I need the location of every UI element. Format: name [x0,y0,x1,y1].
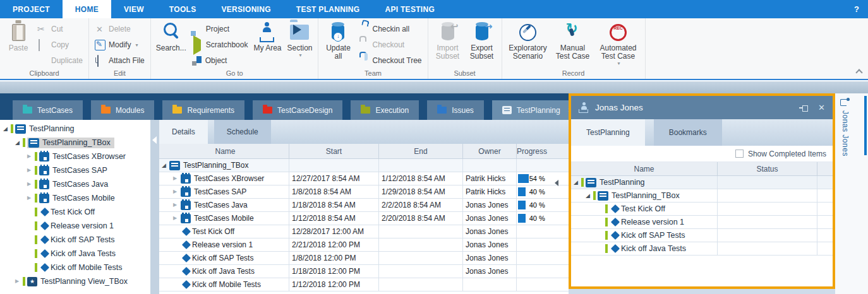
column-header-name[interactable]: Name [159,144,289,158]
tree-item-testcases-xbrowser[interactable]: ▶ TestCases XBrowser [0,150,150,163]
table-row[interactable]: ▶ TestCases SAP 1/8/2018 8:54 AM 1/29/20… [159,185,569,199]
attach-file-button[interactable]: Attach File [93,54,147,68]
collapse-ribbon-icon[interactable] [856,68,862,74]
column-header-owner[interactable]: Owner [463,144,517,158]
menu-tab-test-planning[interactable]: TEST PLANNING [284,0,373,18]
tab-schedule[interactable]: Schedule [214,120,271,144]
dock-tab-jonas-jones[interactable]: Jonas Jones [840,97,850,156]
checkout-tree-button[interactable]: Checkout Tree [356,54,423,68]
workspace-tab-execution[interactable]: Execution [351,100,419,120]
table-row[interactable]: Kick off Java Tests 1/18/2018 12:00 PM J… [159,265,569,278]
table-row[interactable]: ▶ TestCases XBrowser 12/27/2017 8:54 AM … [159,172,569,185]
hand-refresh-icon [564,23,582,41]
table-row[interactable]: Kick off Mobile Tests 1/12/2018 12:00 PM [159,278,569,291]
tree-item-testplanning-tbox[interactable]: ◢ TestPlanning_TBox [0,136,150,150]
my-area-button[interactable]: My Area [252,20,282,54]
paste-button[interactable]: Paste [4,20,33,54]
expander-collapsed-icon[interactable]: ▶ [15,278,23,285]
tree-item-release-version-1[interactable]: Release version 1 [0,219,150,233]
tab-bookmarks[interactable]: Bookmarks [654,119,722,146]
expander-expanded-icon[interactable]: ◢ [15,139,23,146]
tree-item-kick-off-java-tests[interactable]: Kick off Java Tests [571,242,833,256]
expander-collapsed-icon[interactable]: ▶ [27,194,35,202]
expander-expanded-icon[interactable]: ◢ [586,192,593,199]
calendar-icon [181,201,191,210]
cut-button[interactable]: Cut [35,22,85,36]
automated-test-case-button[interactable]: Automated Test Case ▾ [596,20,641,68]
tree-item-test-kick-off[interactable]: Test Kick Off [571,203,833,216]
manual-test-case-button[interactable]: Manual Test Case [553,20,593,62]
checkin-all-button[interactable]: Checkin all [356,22,423,36]
section-button[interactable]: Section ▾ [285,20,314,60]
tree-item-testplanning-view-tbox[interactable]: ▶ TestPlanning View_TBox [0,274,150,288]
menu-tab-tools[interactable]: TOOLS [157,0,209,18]
expander-collapsed-icon[interactable]: ▶ [173,215,181,222]
workspace-tab-testcases[interactable]: TestCases [13,100,83,120]
pin-icon[interactable] [799,104,808,112]
expander-collapsed-icon[interactable]: ▶ [173,201,181,209]
table-row[interactable]: Release version 1 2/21/2018 12:00 PM Jon… [159,238,569,252]
delete-button[interactable]: Delete [93,22,147,36]
tree-item-kick-off-java-tests[interactable]: Kick off Java Tests [0,247,150,261]
expander-expanded-icon[interactable]: ◢ [3,125,11,132]
workspace-tab-requirements[interactable]: Requirements [162,100,244,120]
panel-splitter[interactable] [150,120,159,294]
close-icon[interactable]: ✕ [818,103,825,112]
menu-tab-project[interactable]: PROJECT [0,0,63,18]
table-row[interactable]: ◢ TestPlanning_TBox [159,159,569,172]
table-row[interactable]: ▶ TestCases Mobile 1/12/2018 8:54 AM 2/2… [159,212,569,225]
expander-collapsed-icon[interactable]: ▶ [27,153,35,160]
menu-tab-home[interactable]: HOME [63,0,111,18]
tab-testplanning[interactable]: TestPlanning [571,119,645,146]
duplicate-button[interactable]: Duplicate [35,54,85,68]
tree-item-testplanning-tbox[interactable]: ◢ TestPlanning_TBox [571,189,833,203]
column-header-status[interactable]: Status [718,162,817,175]
table-row[interactable]: ▶ TestCases Java 1/18/2018 8:54 AM 2/2/2… [159,199,569,212]
show-completed-checkbox[interactable] [735,150,744,158]
update-all-button[interactable]: Update all [322,20,354,62]
tab-details[interactable]: Details [159,120,208,144]
tree-item-kick-off-sap-tests[interactable]: Kick off SAP Tests [571,229,833,242]
column-header-start[interactable]: Start [289,144,379,158]
workspace-tab-testcasedesign[interactable]: TestCaseDesign [253,100,342,120]
collapse-right-panel-icon[interactable] [555,180,558,186]
tree-item-release-version-1[interactable]: Release version 1 [571,216,833,229]
expander-collapsed-icon[interactable]: ▶ [27,180,35,188]
tree-item-testcases-sap[interactable]: ▶ TestCases SAP [0,163,150,177]
import-subset-button[interactable]: ↩ Import Subset [432,20,464,62]
tree-item-testplanning[interactable]: ◢ TestPlanning [0,122,150,136]
workspace-tab-issues[interactable]: Issues [427,100,484,120]
project-button[interactable]: Project [190,22,250,36]
table-row[interactable]: Kick off SAP Tests 1/8/2018 12:00 PM Jon… [159,252,569,265]
workspace-tab-modules[interactable]: Modules [91,100,154,120]
menu-tab-versioning[interactable]: VERSIONING [208,0,283,18]
collapse-left-icon[interactable] [152,136,157,144]
table-row[interactable]: Test Kick Off 12/28/2017 12:00 AM Jonas … [159,225,569,238]
tree-item-testplanning[interactable]: ◢ TestPlanning [571,176,833,189]
checkout-button[interactable]: Checkout [356,38,423,52]
help-icon[interactable]: ? [845,0,868,18]
tree-item-testcases-mobile[interactable]: ▶ TestCases Mobile [0,191,150,205]
search-button[interactable]: Search... [155,20,188,54]
export-subset-button[interactable]: ↪ Export Subset [466,20,498,62]
expander-collapsed-icon[interactable]: ▶ [173,188,181,196]
column-header-end[interactable]: End [379,144,463,158]
menu-tab-api-testing[interactable]: API TESTING [372,0,447,18]
column-header-name[interactable]: Name [571,162,718,175]
column-header-progress[interactable]: Progress [517,144,547,158]
expander-expanded-icon[interactable]: ◢ [574,179,581,186]
tree-item-kick-off-sap-tests[interactable]: Kick off SAP Tests [0,233,150,247]
object-button[interactable]: Object [190,54,250,68]
modify-button[interactable]: Modify ▾ [93,38,147,52]
panel-header[interactable]: Jonas Jones ✕ [571,96,833,119]
tree-item-kick-off-mobile-tests[interactable]: Kick off Mobile Tests [0,261,150,274]
scratchbook-button[interactable]: Scratchbook [190,38,250,52]
expander-collapsed-icon[interactable]: ▶ [27,167,35,174]
expander-collapsed-icon[interactable]: ▶ [173,175,181,182]
copy-button[interactable]: Copy [35,38,85,52]
exploratory-scenario-button[interactable]: Exploratory Scenario [506,20,550,62]
tree-item-testcases-java[interactable]: ▶ TestCases Java [0,177,150,191]
expander-expanded-icon[interactable]: ◢ [162,162,169,169]
tree-item-test-kick-off[interactable]: Test Kick Off [0,205,150,219]
menu-tab-view[interactable]: VIEW [111,0,157,18]
